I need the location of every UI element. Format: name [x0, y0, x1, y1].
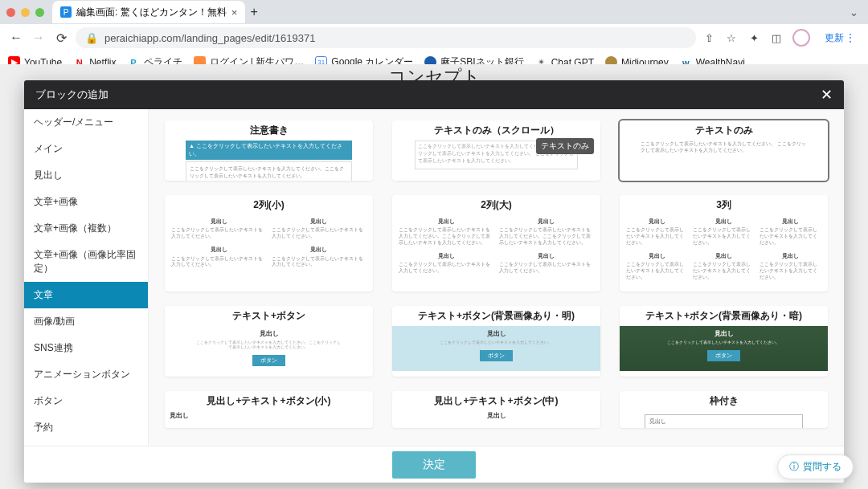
- confirm-button[interactable]: 決定: [392, 451, 476, 479]
- card-text-button-light[interactable]: テキスト+ボタン(背景画像あり・明) 見出し ここをクリックして表示したいテキス…: [392, 306, 600, 377]
- help-fab[interactable]: ⓘ 質問する: [777, 454, 854, 479]
- add-block-modal: ブロックの追加 ✕ ヘッダー/メニューメイン見出し文章+画像文章+画像（複数）文…: [24, 80, 844, 483]
- tab-bar: P 編集画面: 驚くほどカンタン！無料 × + ⌄: [0, 0, 868, 24]
- update-button[interactable]: 更新 ⋮: [820, 29, 860, 47]
- card-framed[interactable]: 枠付き 見出し: [620, 391, 828, 428]
- category-sidebar: ヘッダー/メニューメイン見出し文章+画像文章+画像（複数）文章+画像（画像比率固…: [24, 109, 149, 446]
- avatar[interactable]: [792, 29, 810, 47]
- tab-title: 編集画面: 驚くほどカンタン！無料: [76, 6, 227, 19]
- card-3col[interactable]: 3列 見出しここをクリックして表示したいテキストを入力してください。見出しここを…: [620, 195, 828, 291]
- sidebar-item[interactable]: 文章+画像（複数）: [24, 215, 148, 242]
- modal-footer: 決定: [24, 446, 844, 483]
- new-tab-button[interactable]: +: [245, 5, 263, 19]
- block-gallery[interactable]: 注意書き ▲ ここをクリックして表示したいテキストを入力してください。 ここをク…: [149, 109, 844, 446]
- sidebar-item[interactable]: 文章: [24, 282, 148, 308]
- share-icon[interactable]: ⇧: [702, 31, 715, 44]
- card-text-button[interactable]: テキスト+ボタン 見出し ここをクリックして表示したいテキストを入力してください…: [165, 306, 373, 377]
- favicon-icon: P: [60, 6, 72, 18]
- sidebar-item[interactable]: SNS連携: [24, 335, 148, 361]
- card-notice[interactable]: 注意書き ▲ ここをクリックして表示したいテキストを入力してください。 ここをク…: [165, 120, 373, 181]
- panel-icon[interactable]: ◫: [770, 31, 783, 44]
- browser-tab[interactable]: P 編集画面: 驚くほどカンタン！無料 ×: [52, 1, 245, 23]
- sidebar-item[interactable]: 予約: [24, 414, 148, 441]
- card-2col-small[interactable]: 2列(小) 見出しここをクリックして表示したいテキストを入力してください。見出し…: [165, 195, 373, 291]
- card-text-button-dark[interactable]: テキスト+ボタン(背景画像あり・暗) 見出し ここをクリックして表示したいテキス…: [620, 306, 828, 377]
- sidebar-item[interactable]: 画像/動画: [24, 308, 148, 335]
- minimize-window-icon[interactable]: [21, 8, 30, 17]
- sidebar-item[interactable]: 見出し: [24, 162, 148, 189]
- url-text: peraichiapp.com/landing_pages/edit/16193…: [104, 32, 315, 44]
- sidebar-item[interactable]: メイン: [24, 136, 148, 162]
- lock-icon: 🔒: [85, 32, 98, 44]
- modal-title: ブロックの追加: [35, 88, 108, 102]
- sidebar-item[interactable]: ヘッダー/メニュー: [24, 109, 148, 136]
- back-button[interactable]: ←: [8, 30, 24, 46]
- maximize-window-icon[interactable]: [35, 8, 44, 17]
- window-controls[interactable]: [6, 8, 44, 17]
- sidebar-item[interactable]: 文章+画像: [24, 189, 148, 215]
- close-tab-icon[interactable]: ×: [231, 6, 238, 18]
- chevron-down-icon[interactable]: ⌄: [850, 6, 858, 18]
- card-head-text-btn-s[interactable]: 見出し+テキスト+ボタン(小) 見出し: [165, 391, 373, 428]
- tooltip: テキストのみ: [536, 138, 594, 154]
- forward-button: →: [31, 30, 47, 46]
- card-text-only[interactable]: テキストのみ ここをクリックして表示したいテキストを入力してください。 ここをク…: [620, 120, 828, 181]
- reload-button[interactable]: ⟳: [53, 30, 69, 46]
- close-window-icon[interactable]: [6, 8, 15, 17]
- card-head-text-btn-m[interactable]: 見出し+テキスト+ボタン(中) 見出し: [392, 391, 600, 428]
- sidebar-item[interactable]: 文章+画像（画像比率固定）: [24, 242, 148, 282]
- card-2col-large[interactable]: 2列(大) 見出しここをクリックして表示したいテキストを入力してください。ここを…: [392, 195, 600, 291]
- help-icon: ⓘ: [789, 460, 799, 474]
- sidebar-item[interactable]: アニメーションボタン: [24, 361, 148, 388]
- sidebar-item[interactable]: ボタン: [24, 388, 148, 414]
- extensions-icon[interactable]: ✦: [747, 31, 760, 44]
- star-icon[interactable]: ☆: [725, 31, 738, 44]
- address-bar: ← → ⟳ 🔒 peraichiapp.com/landing_pages/ed…: [0, 24, 868, 51]
- close-icon[interactable]: ✕: [821, 86, 833, 104]
- url-field[interactable]: 🔒 peraichiapp.com/landing_pages/edit/161…: [76, 27, 696, 48]
- card-text-scroll[interactable]: テキストのみ（スクロール） ここをクリックして表示したいテキストを入力してくださ…: [392, 120, 600, 181]
- modal-header: ブロックの追加 ✕: [24, 80, 844, 109]
